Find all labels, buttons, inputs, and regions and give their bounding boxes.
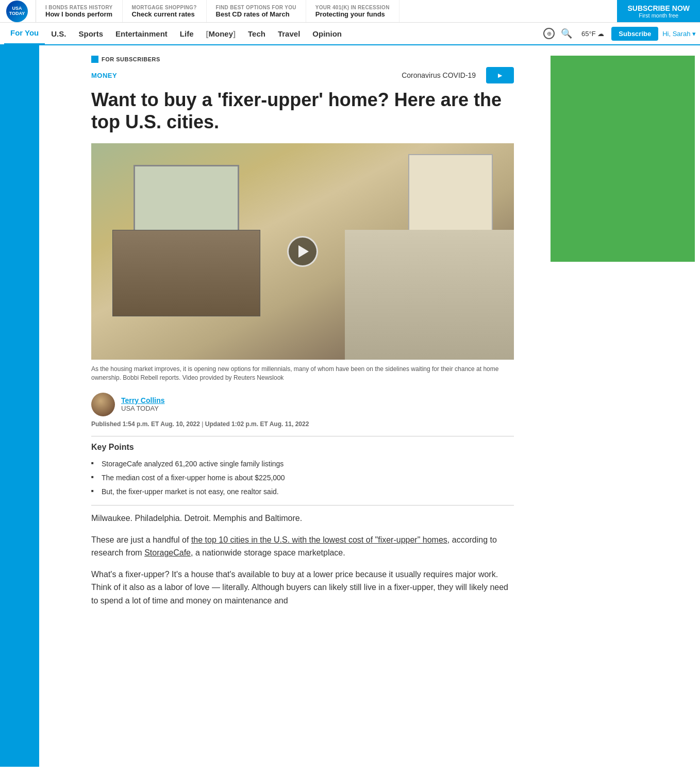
subscriber-label: FOR SUBSCRIBERS <box>102 56 160 62</box>
author-info: Terry Collins USA TODAY <box>121 396 165 412</box>
promo-label-401k: YOUR 401(K) IN RECESSION <box>315 5 390 10</box>
nav-bar: For You U.S. Sports Entertainment Life [… <box>0 23 700 45</box>
divider-bottom <box>91 505 514 506</box>
promo-title-bonds: How I bonds perform <box>45 10 113 18</box>
author-section: Terry Collins USA TODAY <box>91 393 514 416</box>
publish-date: Published 1:54 p.m. ET Aug. 10, 2022 | U… <box>91 420 514 428</box>
promo-item-mortgage[interactable]: MORTGAGE SHOPPING? Check current rates <box>123 0 207 22</box>
article-body: Milwaukee. Philadelphia. Detroit. Memphi… <box>91 512 514 608</box>
sidebar-left-ad <box>0 45 39 767</box>
key-points-title: Key Points <box>91 443 514 452</box>
author-name[interactable]: Terry Collins <box>121 396 165 405</box>
key-point-1: StorageCafe analyzed 61,200 active singl… <box>91 457 514 471</box>
logo[interactable]: USATODAY <box>0 0 36 22</box>
key-points-section: Key Points StorageCafe analyzed 61,200 a… <box>91 443 514 499</box>
nav-item-travel[interactable]: Travel <box>272 22 306 45</box>
promo-title-mortgage: Check current rates <box>132 10 197 18</box>
video-container <box>91 143 514 360</box>
article-container: FOR SUBSCRIBERS MONEY Coronavirus COVID-… <box>60 45 524 626</box>
promo-item-401k[interactable]: YOUR 401(K) IN RECESSION Protecting your… <box>306 0 399 22</box>
promo-label-bonds: I BONDS RATES HISTORY <box>45 5 113 10</box>
content-with-ads: FOR SUBSCRIBERS MONEY Coronavirus COVID-… <box>39 45 700 767</box>
key-point-2: The median cost of a fixer-upper home is… <box>91 471 514 485</box>
nav-item-tech[interactable]: Tech <box>242 22 272 45</box>
storagecafe-link[interactable]: StorageCafe <box>144 548 191 557</box>
video-caption: As the housing market improves, it is op… <box>91 365 514 382</box>
divider-top <box>91 436 514 436</box>
subscriber-icon <box>91 56 98 63</box>
article-para-1: Milwaukee. Philadelphia. Detroit. Memphi… <box>91 512 514 525</box>
main-content: FOR SUBSCRIBERS MONEY Coronavirus COVID-… <box>39 45 545 767</box>
nav-item-life[interactable]: Life <box>174 22 200 45</box>
nav-item-opinion[interactable]: Opinion <box>306 22 348 45</box>
sidebar-right-ad <box>551 56 695 262</box>
globe-icon[interactable]: ⊕ <box>543 28 555 39</box>
ad-right-column <box>545 45 700 767</box>
play-icon <box>298 245 309 258</box>
promo-items: I BONDS RATES HISTORY How I bonds perfor… <box>36 0 617 22</box>
author-avatar <box>91 393 115 416</box>
subscribe-promo-button[interactable]: SUBSCRIBE NOW First month free <box>617 0 700 22</box>
play-button[interactable] <box>287 236 318 267</box>
covid-label: Coronavirus COVID-19 <box>402 71 476 79</box>
promo-item-bonds[interactable]: I BONDS RATES HISTORY How I bonds perfor… <box>36 0 123 22</box>
promo-bar: USATODAY I BONDS RATES HISTORY How I bon… <box>0 0 700 23</box>
nav-item-for-you[interactable]: For You <box>4 22 45 45</box>
promo-title-cd: Best CD rates of March <box>216 10 296 18</box>
article-para-2: These are just a handful of the top 10 c… <box>91 533 514 560</box>
author-avatar-inner <box>91 393 115 416</box>
nav-item-money[interactable]: [ Money ] <box>200 22 242 45</box>
promo-item-cd[interactable]: FIND BEST OPTIONS FOR YOU Best CD rates … <box>207 0 306 22</box>
page-layout: FOR SUBSCRIBERS MONEY Coronavirus COVID-… <box>0 45 700 767</box>
author-outlet: USA TODAY <box>121 405 165 412</box>
key-point-3: But, the fixer-upper market is not easy,… <box>91 485 514 499</box>
key-points-list: StorageCafe analyzed 61,200 active singl… <box>91 457 514 499</box>
weather-display: 65°F ☁ <box>578 30 607 38</box>
logo-circle: USATODAY <box>6 1 28 22</box>
nav-item-us[interactable]: U.S. <box>45 22 72 45</box>
subscribe-main-text: SUBSCRIBE NOW <box>627 4 690 12</box>
nav-item-sports[interactable]: Sports <box>72 22 109 45</box>
search-icon[interactable]: 🔍 <box>559 28 574 39</box>
subscribe-nav-button[interactable]: Subscribe <box>611 27 658 41</box>
nav-right: ⊕ 🔍 65°F ☁ Subscribe Hi, Sarah ▾ <box>543 27 696 41</box>
nav-item-entertainment[interactable]: Entertainment <box>109 22 174 45</box>
user-menu[interactable]: Hi, Sarah ▾ <box>662 30 696 38</box>
promo-title-401k: Protecting your funds <box>315 10 390 18</box>
subscribe-sub-text: First month free <box>639 12 678 19</box>
promo-label-mortgage: MORTGAGE SHOPPING? <box>132 5 197 10</box>
nav-items: For You U.S. Sports Entertainment Life [… <box>4 22 543 45</box>
video-placeholder <box>91 143 514 360</box>
article-title: Want to buy a 'fixer-upper' home? Here a… <box>91 89 514 133</box>
subscriber-badge: FOR SUBSCRIBERS <box>91 56 514 63</box>
fixer-upper-link[interactable]: the top 10 cities in the U.S. with the l… <box>191 535 447 544</box>
covid-badge-button[interactable]: ► <box>486 67 514 83</box>
category-link[interactable]: MONEY <box>91 72 117 79</box>
article-para-3: What's a fixer-upper? It's a house that'… <box>91 568 514 608</box>
promo-label-cd: FIND BEST OPTIONS FOR YOU <box>216 5 296 10</box>
